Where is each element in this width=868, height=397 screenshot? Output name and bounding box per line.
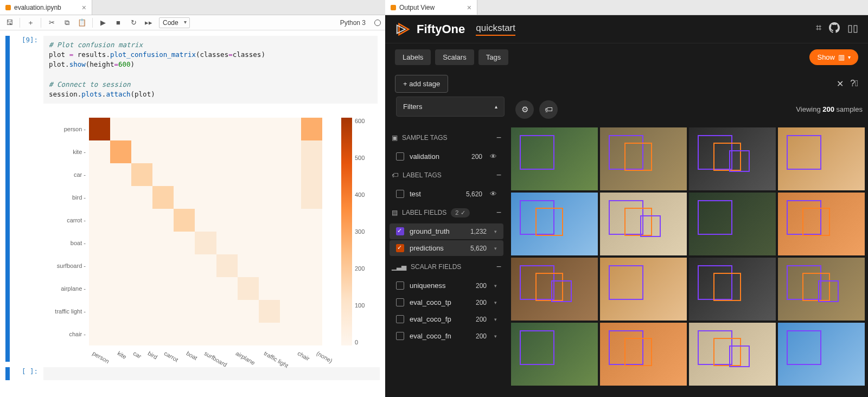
heatmap-cell[interactable] [110, 323, 131, 345]
item-uniqueness[interactable]: uniqueness 200 ▾ [390, 278, 503, 293]
confusion-matrix-plot[interactable]: person -kite -car -bird -carrot -boat -s… [46, 112, 349, 362]
heatmap-cell[interactable] [216, 232, 238, 254]
heatmap-cell[interactable] [280, 118, 301, 140]
heatmap-cell[interactable] [89, 118, 110, 140]
tab-tags[interactable]: Tags [478, 49, 508, 65]
collapse-icon[interactable]: − [496, 262, 501, 272]
code-input[interactable]: # Plot confusion matrix plot = results.p… [43, 36, 378, 104]
heatmap-cell[interactable] [174, 277, 195, 300]
item-validation[interactable]: validation 200 👁 [390, 149, 503, 164]
heatmap-cell[interactable] [195, 140, 216, 163]
heatmap-cell[interactable] [238, 254, 259, 277]
sample-thumbnail[interactable] [511, 193, 598, 255]
chevron-down-icon[interactable]: ▾ [494, 317, 497, 322]
heatmap-cell[interactable] [131, 163, 152, 186]
heatmap-cell[interactable] [195, 300, 216, 323]
heatmap-cell[interactable] [110, 118, 131, 140]
heatmap-cell[interactable] [195, 232, 216, 254]
sample-thumbnail[interactable] [778, 258, 865, 321]
github-icon[interactable] [829, 22, 840, 36]
heatmap-cell[interactable] [89, 232, 110, 254]
heatmap-cell[interactable] [259, 254, 280, 277]
heatmap-cell[interactable] [238, 163, 259, 186]
heatmap-cell[interactable] [131, 186, 152, 209]
heatmap-cell[interactable] [280, 254, 301, 277]
cell-9[interactable]: [9]:# Plot confusion matrix plot = resul… [5, 36, 380, 362]
restart-icon[interactable]: ↻ [129, 18, 138, 28]
heatmap-cell[interactable] [301, 300, 322, 323]
heatmap-cell[interactable] [89, 254, 110, 277]
heatmap-cell[interactable] [280, 186, 301, 209]
heatmap-cell[interactable] [195, 323, 216, 345]
sample-thumbnail[interactable] [600, 193, 687, 255]
heatmap-cell[interactable] [89, 209, 110, 232]
heatmap-cell[interactable] [301, 209, 322, 232]
help-icon[interactable]: ?⃝ [850, 79, 858, 89]
heatmap-cell[interactable] [259, 209, 280, 232]
heatmap-cell[interactable] [238, 232, 259, 254]
collapse-icon[interactable]: − [496, 170, 501, 180]
clear-icon[interactable]: ✕ [837, 79, 844, 89]
heatmap-cell[interactable] [152, 140, 174, 163]
heatmap-cell[interactable] [131, 323, 152, 345]
add-cell-icon[interactable]: ＋ [25, 18, 35, 28]
section-sample-tags[interactable]: ▣ SAMPLE TAGS − [385, 127, 508, 148]
item-eval-coco-tp[interactable]: eval_coco_tp 200 ▾ [390, 294, 503, 310]
heatmap-cell[interactable] [280, 232, 301, 254]
chevron-down-icon[interactable]: ▾ [494, 283, 497, 289]
heatmap-cell[interactable] [131, 277, 152, 300]
heatmap-cell[interactable] [238, 323, 259, 345]
heatmap-cell[interactable] [174, 118, 195, 140]
heatmap-cell[interactable] [174, 300, 195, 323]
heatmap-cell[interactable] [301, 323, 322, 345]
heatmap-cell[interactable] [152, 186, 174, 209]
heatmap-cell[interactable] [131, 118, 152, 140]
save-icon[interactable]: 🖫 [4, 18, 14, 28]
heatmap-cell[interactable] [131, 300, 152, 323]
heatmap-cell[interactable] [216, 323, 238, 345]
sample-thumbnail[interactable] [778, 323, 865, 386]
add-stage-button[interactable]: + add stage [395, 75, 448, 93]
heatmap-cell[interactable] [238, 140, 259, 163]
heatmap-cell[interactable] [216, 209, 238, 232]
heatmap-cell[interactable] [216, 186, 238, 209]
heatmap-cell[interactable] [89, 300, 110, 323]
heatmap-cell[interactable] [131, 209, 152, 232]
heatmap-cell[interactable] [110, 254, 131, 277]
checkbox[interactable] [396, 281, 404, 290]
collapse-icon[interactable]: − [496, 133, 501, 143]
sample-thumbnail[interactable] [600, 258, 687, 321]
heatmap-cell[interactable] [238, 277, 259, 300]
heatmap-cell[interactable] [259, 140, 280, 163]
heatmap-cell[interactable] [238, 300, 259, 323]
run-icon[interactable]: ▶ [98, 18, 108, 28]
checkbox[interactable] [396, 190, 404, 198]
chevron-down-icon[interactable]: ▾ [494, 334, 497, 339]
filters-dropdown[interactable]: Filters ▴ [396, 97, 505, 117]
settings-icon[interactable]: ⚙ [515, 100, 534, 119]
heatmap-cell[interactable] [238, 118, 259, 140]
heatmap-cell[interactable] [301, 186, 322, 209]
sample-thumbnail[interactable] [778, 193, 865, 255]
kernel-status-icon[interactable] [374, 20, 381, 26]
heatmap-cell[interactable] [152, 232, 174, 254]
sample-thumbnail[interactable] [511, 323, 598, 386]
sample-thumbnail[interactable] [511, 127, 598, 190]
eye-icon[interactable]: 👁 [490, 190, 497, 198]
heatmap-cell[interactable] [259, 323, 280, 345]
checkbox[interactable] [396, 152, 404, 161]
chevron-down-icon[interactable]: ▾ [494, 300, 497, 305]
heatmap-cell[interactable] [216, 118, 238, 140]
heatmap-cell[interactable] [174, 254, 195, 277]
heatmap-cell[interactable] [131, 254, 152, 277]
item-eval-coco-fp[interactable]: eval_coco_fp 200 ▾ [390, 311, 503, 327]
heatmap-cell[interactable] [216, 254, 238, 277]
sample-thumbnail[interactable] [689, 258, 776, 321]
sample-thumbnail[interactable] [511, 258, 598, 321]
paste-icon[interactable]: 📋 [77, 18, 87, 28]
heatmap-cell[interactable] [301, 118, 322, 140]
heatmap-cell[interactable] [195, 254, 216, 277]
heatmap-cell[interactable] [280, 323, 301, 345]
heatmap-cell[interactable] [280, 277, 301, 300]
heatmap-cell[interactable] [110, 277, 131, 300]
